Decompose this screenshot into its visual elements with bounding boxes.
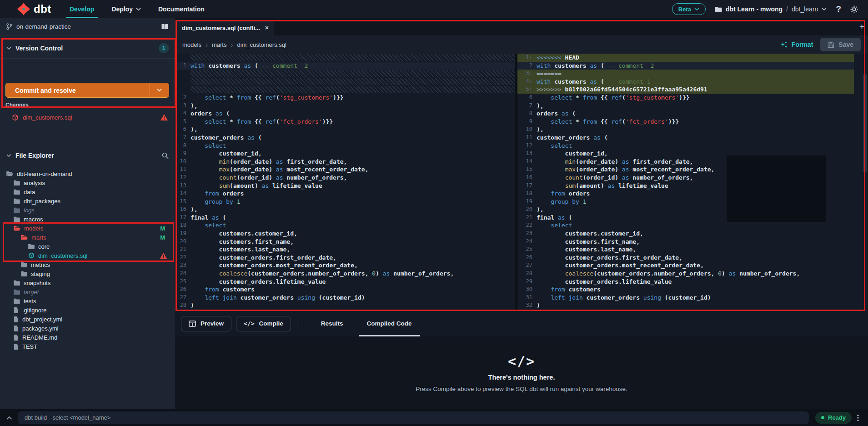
- tree-item-test[interactable]: TEST: [0, 342, 175, 351]
- code-line[interactable]: 28): [175, 301, 515, 310]
- code-line[interactable]: 14 min(order_date) as first_order_date,: [517, 158, 854, 166]
- code-line[interactable]: 3),: [175, 102, 515, 110]
- changed-file-row[interactable]: dim_customers.sql: [0, 111, 175, 124]
- branch-row[interactable]: on-demand-practice: [0, 18, 175, 35]
- code-line[interactable]: 16 count(order_id) as number_of_orders,: [517, 174, 854, 182]
- tree-item-logs[interactable]: logs: [0, 205, 175, 215]
- code-line[interactable]: 10 min(order_date) as first_order_date,: [175, 158, 515, 166]
- tree-item-staging[interactable]: staging: [0, 269, 175, 278]
- code-line[interactable]: 11customer_orders as (: [517, 134, 854, 142]
- code-line[interactable]: 27 customer_orders.most_recent_order_dat…: [517, 261, 854, 270]
- breadcrumb-marts[interactable]: marts: [212, 41, 227, 48]
- code-line[interactable]: 10),: [517, 125, 854, 134]
- code-line[interactable]: 25 customers.last_name,: [517, 246, 854, 254]
- code-line[interactable]: 19 group by 1: [517, 198, 854, 206]
- code-line[interactable]: 1+<<<<<<< HEAD: [517, 54, 854, 62]
- commit-options-caret[interactable]: [150, 83, 169, 97]
- code-line[interactable]: 26 customer_orders.first_order_date,: [517, 254, 854, 262]
- code-line[interactable]: 16),: [175, 205, 515, 214]
- tree-item-dbt-learn-on-demand[interactable]: dbt-learn-on-demand: [0, 169, 175, 178]
- code-line[interactable]: 8orders as (: [517, 110, 854, 118]
- code-line[interactable]: 7),: [517, 102, 854, 110]
- code-line[interactable]: 32): [517, 301, 854, 310]
- code-line[interactable]: 4orders as (: [175, 110, 515, 118]
- nav-item-deploy[interactable]: Deploy: [111, 0, 141, 18]
- status-badge[interactable]: Ready: [815, 412, 852, 424]
- code-line[interactable]: 15 max(order_date) as most_recent_order_…: [517, 165, 854, 174]
- kebab-menu-icon[interactable]: [857, 414, 859, 421]
- nav-item-documentation[interactable]: Documentation: [158, 0, 205, 18]
- code-line[interactable]: 25 customer_orders.lifetime_value: [175, 278, 515, 286]
- code-line[interactable]: 23 customer_orders.most_recent_order_dat…: [175, 261, 515, 270]
- code-line[interactable]: 1with customers as ( -- comment 2: [175, 62, 515, 70]
- new-tab-plus-icon[interactable]: +: [859, 22, 864, 32]
- help-icon[interactable]: ?: [836, 4, 841, 14]
- editor-scrollbar[interactable]: [863, 74, 867, 173]
- code-line[interactable]: 22 customer_orders.first_order_date,: [175, 254, 515, 262]
- code-line[interactable]: 13 sum(amount) as lifetime_value: [175, 182, 515, 190]
- save-button[interactable]: Save: [820, 38, 861, 51]
- code-line[interactable]: 31 left join customer_orders using (cust…: [517, 294, 854, 302]
- code-line[interactable]: 23 customers.customer_id,: [517, 230, 854, 238]
- code-line[interactable]: 6),: [175, 125, 515, 134]
- code-line[interactable]: 24 customers.first_name,: [517, 238, 854, 246]
- chevron-up-icon[interactable]: [6, 416, 12, 420]
- search-icon[interactable]: [161, 152, 169, 159]
- code-line[interactable]: 7customer_orders as (: [175, 134, 515, 142]
- code-line[interactable]: 21 customers.last_name,: [175, 246, 515, 254]
- code-line[interactable]: 17 sum(amount) as lifetime_value: [517, 182, 854, 190]
- tab-results[interactable]: Results: [321, 311, 343, 336]
- tree-item-data[interactable]: data: [0, 187, 175, 196]
- tree-item-models[interactable]: modelsM: [0, 224, 175, 233]
- code-line[interactable]: 21final as (: [517, 214, 854, 222]
- tab-compiled-code[interactable]: Compiled Code: [367, 311, 412, 336]
- tree-item-readme-md[interactable]: README.md: [0, 333, 175, 342]
- tree-item-snapshots[interactable]: snapshots: [0, 278, 175, 287]
- code-line[interactable]: 18 select: [175, 221, 515, 230]
- code-line[interactable]: 22 select: [517, 221, 854, 230]
- diff-pane-incoming[interactable]: 1+<<<<<<< HEAD2with customers as ( -- co…: [517, 54, 854, 311]
- diff-editor[interactable]: 1with customers as ( -- comment 22 selec…: [175, 54, 868, 311]
- nav-item-develop[interactable]: Develop: [70, 0, 94, 18]
- breadcrumb-file[interactable]: dim_customers.sql: [237, 41, 286, 48]
- tree-item-tests[interactable]: tests: [0, 296, 175, 306]
- tree-item-dim-customers-sql[interactable]: dim_customers.sql: [0, 251, 175, 260]
- code-line[interactable]: 26 from customers: [175, 286, 515, 294]
- beta-badge[interactable]: Beta: [672, 3, 706, 15]
- command-input[interactable]: dbt build --select <model_name>: [18, 411, 809, 424]
- code-line[interactable]: 12 count(order_id) as number_of_orders,: [175, 174, 515, 182]
- code-line[interactable]: 4+with customers as ( -- comment 1: [517, 78, 854, 86]
- docs-book-icon[interactable]: [161, 24, 169, 30]
- code-line[interactable]: 30 from customers: [517, 286, 854, 294]
- code-line[interactable]: 29 customer_orders.lifetime_value: [517, 278, 854, 286]
- project-selector[interactable]: dbt Learn - mwong / dbt_learn: [715, 5, 827, 13]
- tree-item-packages-yml[interactable]: packages.yml: [0, 324, 175, 333]
- code-line[interactable]: 19 customers.customer_id,: [175, 230, 515, 238]
- tree-item-metrics[interactable]: metrics: [0, 260, 175, 269]
- tree-item-analysis[interactable]: analysis: [0, 178, 175, 187]
- format-button[interactable]: Format: [780, 41, 813, 49]
- code-line[interactable]: 20 customers.first_name,: [175, 238, 515, 246]
- code-line[interactable]: 14 from orders: [175, 190, 515, 198]
- code-line[interactable]: 12 select: [517, 142, 854, 150]
- diff-filler-row[interactable]: [175, 78, 515, 86]
- editor-tab-dim-customers[interactable]: dim_customers.sql (confli... ×: [175, 20, 274, 35]
- code-line[interactable]: 18 from orders: [517, 190, 854, 198]
- diff-filler-row[interactable]: [175, 70, 515, 78]
- commit-and-resolve-button[interactable]: Commit and resolve: [5, 83, 169, 98]
- file-explorer-header[interactable]: File Explorer: [0, 147, 175, 164]
- tree-item-core[interactable]: core: [0, 242, 175, 251]
- tree-item-dbt-project-yml[interactable]: dbt_project.yml: [0, 315, 175, 324]
- compile-button[interactable]: </> Compile: [236, 316, 291, 331]
- tree-item-dbt-packages[interactable]: dbt_packages: [0, 196, 175, 205]
- close-icon[interactable]: ×: [265, 24, 269, 31]
- diff-pane-current[interactable]: 1with customers as ( -- comment 22 selec…: [175, 54, 515, 311]
- code-line[interactable]: 9 select * from {{ ref('fct_orders')}}: [517, 118, 854, 126]
- tree-item-macros[interactable]: macros: [0, 215, 175, 224]
- tree-item-marts[interactable]: martsM: [0, 233, 175, 242]
- code-line[interactable]: 28 coalesce(customer_orders.number_of_or…: [517, 270, 854, 278]
- dbt-logo[interactable]: dbt: [17, 3, 51, 15]
- code-line[interactable]: 5 select * from {{ ref('fct_orders')}}: [175, 118, 515, 126]
- code-line[interactable]: 27 left join customer_orders using (cust…: [175, 294, 515, 302]
- code-line[interactable]: 15 group by 1: [175, 198, 515, 206]
